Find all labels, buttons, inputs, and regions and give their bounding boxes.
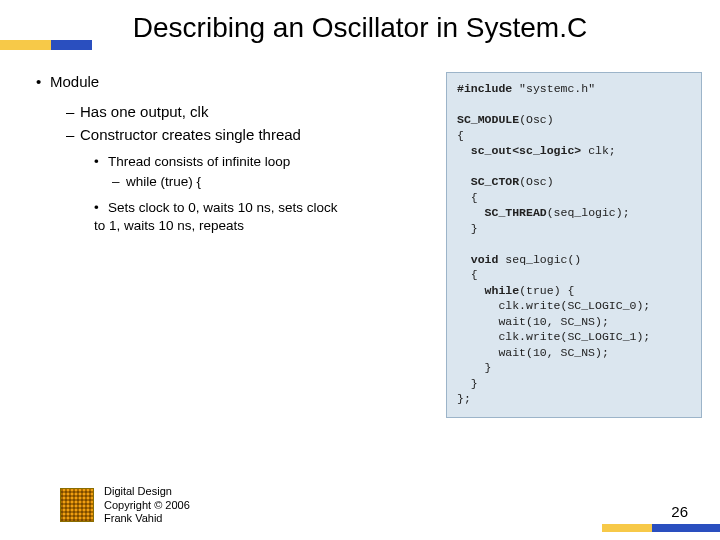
code-text: { [457,268,478,281]
list-item: –Constructor creates single thread [66,125,430,145]
code-text: (seq_logic); [547,206,630,219]
list-item: •Thread consists of infinite loop [94,153,344,171]
content-area: •Module –Has one output, clk –Constructo… [0,44,720,418]
code-keyword: void [457,253,498,266]
bullet-text: Has one output, clk [80,103,208,120]
bullet-lvl3-list: •Sets clock to 0, waits 10 ns, sets cloc… [94,199,430,235]
bullet-lvl4-list: –while (true) { [112,173,430,191]
code-text: (Osc) [519,113,554,126]
code-text: seq_logic() [498,253,581,266]
title-area: Describing an Oscillator in System.C [0,0,720,44]
code-text: clk.write(SC_LOGIC_0); [457,299,650,312]
footer-text: Digital Design Copyright © 2006 Frank Va… [104,485,190,526]
footer-accent-bar [602,524,720,532]
code-text: } [457,377,478,390]
bullet-marker: • [36,72,50,92]
bullet-text: Thread consists of infinite loop [108,154,290,169]
code-keyword: SC_CTOR [457,175,519,188]
code-text: { [457,191,478,204]
bullet-text: Constructor creates single thread [80,126,301,143]
dash-marker: – [66,125,80,145]
footer-line: Copyright © 2006 [104,499,190,513]
code-text: "systemc.h" [512,82,595,95]
list-item: –while (true) { [112,173,430,191]
code-keyword: #include [457,82,512,95]
slide-title: Describing an Oscillator in System.C [0,12,720,44]
bullet-text: Sets clock to 0, waits 10 ns, sets clock… [94,200,338,233]
title-accent-bar [0,40,92,50]
dash-marker: – [66,102,80,122]
code-keyword: sc_out<sc_logic> [457,144,581,157]
bullet-lvl1: •Module [36,72,430,92]
footer-line: Digital Design [104,485,190,499]
code-text: (true) { [519,284,574,297]
code-text: { [457,129,464,142]
dash-marker: – [112,173,126,191]
page-number: 26 [671,503,688,520]
bullet-marker: • [94,199,108,217]
bullet-lvl2-list: –Has one output, clk –Constructor create… [66,102,430,145]
bullet-marker: • [94,153,108,171]
code-text: } [457,361,492,374]
code-text: clk; [581,144,616,157]
code-text: }; [457,392,471,405]
code-text: wait(10, SC_NS); [457,315,609,328]
bullet-lvl3-list: •Thread consists of infinite loop [94,153,430,171]
code-text: clk.write(SC_LOGIC_1); [457,330,650,343]
code-text: } [457,222,478,235]
code-block: #include "systemc.h" SC_MODULE(Osc) { sc… [446,72,702,418]
code-keyword: SC_THREAD [457,206,547,219]
list-item: –Has one output, clk [66,102,430,122]
code-text: (Osc) [519,175,554,188]
footer: Digital Design Copyright © 2006 Frank Va… [60,485,190,526]
bullet-column: •Module –Has one output, clk –Constructo… [36,72,430,418]
code-text: wait(10, SC_NS); [457,346,609,359]
book-cover-icon [60,488,94,522]
bullet-text: while (true) { [126,174,201,189]
bullet-text: Module [50,73,99,90]
code-keyword: SC_MODULE [457,113,519,126]
footer-line: Frank Vahid [104,512,190,526]
list-item: •Sets clock to 0, waits 10 ns, sets cloc… [94,199,344,235]
code-keyword: while [457,284,519,297]
